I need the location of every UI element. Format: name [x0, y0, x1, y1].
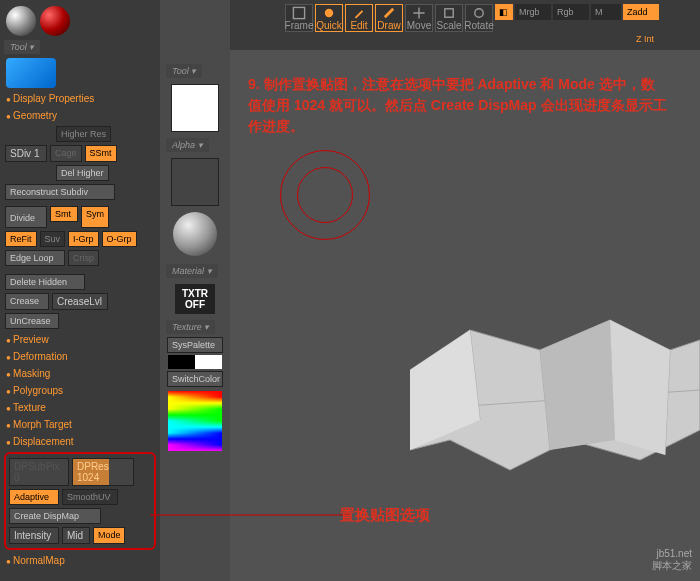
- higher-res-button[interactable]: Higher Res: [56, 126, 111, 142]
- material-preview-icon[interactable]: [173, 212, 217, 256]
- create-dispmap-button[interactable]: Create DispMap: [9, 508, 101, 524]
- mode-button[interactable]: Mode: [93, 527, 125, 544]
- svg-rect-0: [293, 7, 304, 18]
- polygroups-section[interactable]: Polygroups: [4, 382, 156, 399]
- smt-button[interactable]: Smt: [50, 206, 78, 222]
- material-sphere-icon[interactable]: [6, 6, 36, 36]
- tutorial-label: 置换贴图选项: [340, 504, 430, 527]
- preview-section[interactable]: Preview: [4, 331, 156, 348]
- popup-texture-header[interactable]: Texture ▾: [166, 320, 215, 334]
- reconstruct-button[interactable]: Reconstruct Subdiv: [5, 184, 115, 200]
- mesh-preview-icon: [410, 290, 700, 490]
- smoothuv-button[interactable]: SmoothUV: [62, 489, 118, 505]
- zadd-field[interactable]: Zadd: [623, 4, 659, 20]
- intensity-slider[interactable]: Intensity: [9, 527, 59, 544]
- move-button[interactable]: Move: [405, 4, 433, 32]
- scale-button[interactable]: Scale: [435, 4, 463, 32]
- quick-button[interactable]: Quick: [315, 4, 343, 32]
- watermark: jb51.net脚本之家: [652, 548, 692, 573]
- popup-tool-header[interactable]: Tool ▾: [166, 64, 202, 78]
- svg-marker-6: [540, 320, 615, 450]
- crease-button[interactable]: Crease: [5, 293, 49, 310]
- morph-target-section[interactable]: Morph Target: [4, 416, 156, 433]
- refit-button[interactable]: ReFit: [5, 231, 37, 247]
- color-swatch[interactable]: [168, 355, 222, 369]
- delete-hidden-button[interactable]: Delete Hidden: [5, 274, 85, 290]
- annotation-leader-line: [150, 514, 350, 516]
- top-toolbar: Projection Master Frame Quick Edit Draw …: [160, 0, 700, 50]
- popup-material-header[interactable]: Material ▾: [166, 264, 218, 278]
- divide-button[interactable]: Divide: [5, 206, 47, 228]
- quick-palette: Tool ▾ Alpha ▾ Material ▾ TXTR OFF Textu…: [160, 0, 230, 581]
- masking-section[interactable]: Masking: [4, 365, 156, 382]
- dpsubpix-slider[interactable]: DPSubPix 0: [9, 458, 69, 486]
- rgb-field[interactable]: Rgb: [553, 4, 589, 20]
- mid-slider[interactable]: Mid: [62, 527, 90, 544]
- igrp-button[interactable]: I-Grp: [68, 231, 99, 247]
- color-picker[interactable]: [168, 391, 222, 451]
- tool-thumbnail[interactable]: [6, 58, 56, 88]
- suv-button[interactable]: Suv: [40, 231, 66, 247]
- z-intensity-label: Z Int: [284, 34, 660, 44]
- popup-alpha-header[interactable]: Alpha ▾: [166, 138, 209, 152]
- texture-off-button[interactable]: TXTR OFF: [175, 284, 215, 314]
- svg-marker-7: [610, 320, 670, 455]
- uncrease-button[interactable]: UnCrease: [5, 313, 59, 329]
- displacement-highlight: DPSubPix 0 DPRes 1024 Adaptive SmoothUV …: [4, 452, 156, 550]
- normalmap-section[interactable]: NormalMap: [4, 552, 156, 569]
- displacement-section[interactable]: Displacement: [4, 433, 156, 450]
- syspalette-button[interactable]: SysPalette: [167, 337, 223, 353]
- annotation-circle-inner: [297, 167, 353, 223]
- cage-button[interactable]: Cage: [50, 145, 82, 162]
- crisp-button[interactable]: Crisp: [68, 250, 99, 266]
- rotate-button[interactable]: Rotate: [465, 4, 493, 32]
- mrgb-swatch[interactable]: ◧: [495, 4, 513, 20]
- dpres-slider[interactable]: DPRes 1024: [72, 458, 134, 486]
- edge-loop-button[interactable]: Edge Loop: [5, 250, 65, 266]
- svg-point-3: [475, 8, 483, 16]
- sym-button[interactable]: Sym: [81, 206, 109, 228]
- tool-header[interactable]: Tool ▾: [4, 40, 40, 54]
- tool-panel: Tool ▾ Display Properties Geometry Highe…: [0, 0, 160, 581]
- frame-button[interactable]: Frame: [285, 4, 313, 32]
- sdiv-slider[interactable]: SDiv 1: [5, 145, 47, 162]
- tool-thumb[interactable]: [171, 84, 219, 132]
- ssmt-button[interactable]: SSmt: [85, 145, 117, 162]
- edit-button[interactable]: Edit: [345, 4, 373, 32]
- deformation-section[interactable]: Deformation: [4, 348, 156, 365]
- texture-section[interactable]: Texture: [4, 399, 156, 416]
- mrgb-field[interactable]: Mrgb: [515, 4, 551, 20]
- draw-button[interactable]: Draw: [375, 4, 403, 32]
- svg-rect-2: [445, 8, 453, 16]
- display-properties-section[interactable]: Display Properties: [4, 90, 156, 107]
- alpha-thumb[interactable]: [171, 158, 219, 206]
- geometry-section[interactable]: Geometry: [4, 107, 156, 124]
- m-field[interactable]: M: [591, 4, 621, 20]
- ogrp-button[interactable]: O-Grp: [102, 231, 137, 247]
- del-higher-button[interactable]: Del Higher: [56, 165, 109, 181]
- tutorial-annotation: 9. 制作置换贴图，注意在选项中要把 Adaptive 和 Mode 选中，数值…: [248, 74, 668, 137]
- creaselvl-slider[interactable]: CreaseLvl: [52, 293, 108, 310]
- switchcolor-button[interactable]: SwitchColor: [167, 371, 223, 387]
- adaptive-button[interactable]: Adaptive: [9, 489, 59, 505]
- svg-point-1: [325, 8, 333, 16]
- material-sphere-red-icon[interactable]: [40, 6, 70, 36]
